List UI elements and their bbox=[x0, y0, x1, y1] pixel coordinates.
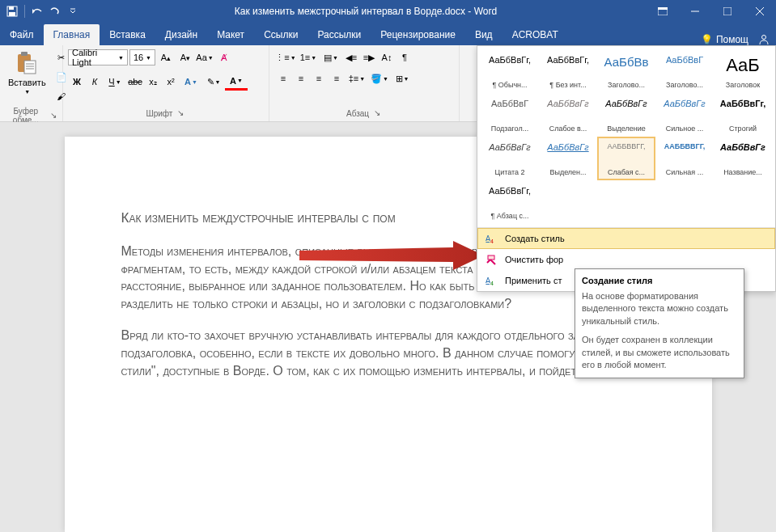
style-item[interactable]: ААББВВГГ,Слабая с... bbox=[597, 137, 655, 180]
ribbon-display-icon[interactable] bbox=[647, 0, 679, 23]
style-item[interactable]: АаБбВвГгНазвание... bbox=[714, 137, 772, 180]
quick-access-toolbar bbox=[0, 5, 85, 18]
styles-gallery: АаБбВвГг,¶ Обычн...АаБбВвГг,¶ Без инт...… bbox=[477, 45, 776, 292]
close-icon[interactable] bbox=[744, 0, 776, 23]
maximize-icon[interactable] bbox=[711, 0, 744, 23]
style-item[interactable]: ААББВВГГ,Сильная ... bbox=[655, 137, 714, 180]
svg-rect-18 bbox=[488, 255, 494, 260]
tab-file[interactable]: Файл bbox=[0, 24, 44, 45]
paste-button[interactable]: Вставить ▼ bbox=[5, 49, 49, 96]
tab-acrobat[interactable]: ACROBAT bbox=[502, 24, 568, 45]
clear-format-icon[interactable]: A̸ bbox=[215, 49, 233, 66]
save-icon[interactable] bbox=[6, 6, 18, 17]
style-item[interactable]: АаБбВвГг,Строгий bbox=[714, 93, 772, 137]
shading-icon[interactable]: 🪣▼ bbox=[368, 70, 391, 87]
tell-me-icon[interactable]: 💡 Помощ bbox=[701, 34, 748, 45]
window-controls bbox=[647, 0, 776, 23]
clear-format-menu-icon bbox=[486, 253, 498, 266]
svg-rect-12 bbox=[24, 61, 36, 74]
tab-view[interactable]: Вид bbox=[465, 24, 502, 45]
minimize-icon[interactable] bbox=[679, 0, 711, 23]
numbering-icon[interactable]: 1≡▼ bbox=[297, 49, 320, 66]
tab-home[interactable]: Главная bbox=[44, 24, 100, 45]
title-bar: Как изменить межстрочный интервал в Ворд… bbox=[0, 0, 776, 23]
svg-rect-11 bbox=[21, 52, 28, 56]
text-effects-icon[interactable]: A▼ bbox=[180, 73, 202, 91]
svg-rect-1 bbox=[9, 6, 14, 10]
svg-point-9 bbox=[762, 36, 766, 40]
tab-insert[interactable]: Вставка bbox=[100, 24, 155, 45]
apply-styles-icon: A̲4 bbox=[486, 274, 498, 287]
redo-icon[interactable] bbox=[49, 6, 61, 17]
bullets-icon[interactable]: ⋮≡▼ bbox=[274, 49, 297, 66]
shrink-font-icon[interactable]: A▾ bbox=[176, 49, 194, 66]
subscript-icon[interactable]: x₂ bbox=[144, 73, 162, 91]
svg-text:4: 4 bbox=[490, 239, 494, 244]
show-marks-icon[interactable]: ¶ bbox=[396, 49, 413, 66]
ribbon-tabs: Файл Главная Вставка Дизайн Макет Ссылки… bbox=[0, 23, 776, 45]
tab-references[interactable]: Ссылки bbox=[254, 24, 307, 45]
sort-icon[interactable]: A↕ bbox=[378, 49, 396, 66]
style-item[interactable]: АаБбВвГгСильное ... bbox=[655, 93, 714, 137]
align-left-icon[interactable]: ≡ bbox=[274, 70, 292, 87]
align-center-icon[interactable]: ≡ bbox=[292, 70, 310, 87]
menu-create-style[interactable]: A̲4 Создать стиль bbox=[477, 228, 775, 249]
align-right-icon[interactable]: ≡ bbox=[310, 70, 328, 87]
svg-text:4: 4 bbox=[490, 281, 494, 286]
style-item[interactable]: АаБЗаголовок bbox=[714, 49, 772, 93]
tooltip-body: На основе форматирования выделенного тек… bbox=[582, 290, 737, 371]
style-item[interactable]: АаБбВвГг,¶ Без инт... bbox=[539, 49, 597, 93]
style-item[interactable]: АаБбВвГПодзагол... bbox=[481, 93, 539, 137]
highlight-icon[interactable]: ✎▼ bbox=[202, 73, 225, 91]
font-size-combo[interactable]: 16▼ bbox=[129, 49, 155, 65]
clipboard-launcher-icon[interactable]: ↘ bbox=[50, 111, 57, 120]
borders-icon[interactable]: ⊞▼ bbox=[391, 70, 413, 87]
svg-rect-6 bbox=[723, 7, 731, 15]
increase-indent-icon[interactable]: ≡▶ bbox=[360, 49, 378, 66]
style-item[interactable]: АаБбВвГгЦитата 2 bbox=[481, 137, 539, 180]
menu-clear-format[interactable]: Очистить фор bbox=[477, 249, 775, 270]
group-clipboard: Вставить ▼ ✂ 📄 🖌 Буфер обме...↘ bbox=[0, 45, 63, 121]
tab-layout[interactable]: Макет bbox=[207, 24, 254, 45]
undo-icon[interactable] bbox=[32, 6, 43, 17]
style-item[interactable]: АаБбВвГгСлабое в... bbox=[539, 93, 597, 137]
decrease-indent-icon[interactable]: ◀≡ bbox=[342, 49, 360, 66]
style-item[interactable]: АаБбВвГгВыделение bbox=[597, 93, 655, 137]
window-title: Как изменить межстрочный интервал в Ворд… bbox=[85, 6, 647, 17]
group-font: Calibri Light▼ 16▼ A▴ A▾ Aa▼ A̸ Ж К Ч▼ a… bbox=[63, 45, 269, 121]
style-item[interactable]: АаБбВвГЗаголово... bbox=[655, 49, 714, 93]
style-item[interactable]: АаБбВвГг,¶ Абзац с... bbox=[481, 180, 539, 224]
font-color-icon[interactable]: A▼ bbox=[225, 73, 248, 91]
ribbon: Вставить ▼ ✂ 📄 🖌 Буфер обме...↘ Calibri … bbox=[0, 45, 776, 122]
svg-rect-2 bbox=[9, 12, 15, 16]
paragraph-launcher-icon[interactable]: ↘ bbox=[372, 108, 382, 118]
create-style-icon: A̲4 bbox=[486, 232, 498, 245]
font-launcher-icon[interactable]: ↘ bbox=[176, 108, 185, 118]
share-icon[interactable] bbox=[758, 34, 770, 45]
svg-rect-4 bbox=[658, 7, 668, 10]
bold-icon[interactable]: Ж bbox=[68, 73, 86, 91]
qat-customize-icon[interactable] bbox=[67, 6, 78, 17]
grow-font-icon[interactable]: A▴ bbox=[157, 49, 175, 66]
underline-icon[interactable]: Ч▼ bbox=[104, 73, 126, 91]
font-name-combo[interactable]: Calibri Light▼ bbox=[68, 49, 128, 65]
multilevel-icon[interactable]: ▤▼ bbox=[320, 49, 342, 66]
tab-mailings[interactable]: Рассылки bbox=[307, 24, 371, 45]
line-spacing-icon[interactable]: ‡≡▼ bbox=[346, 70, 368, 87]
style-item[interactable]: АаБбВвГг,¶ Обычн... bbox=[481, 49, 539, 93]
tooltip: Создание стиля На основе форматирования … bbox=[575, 268, 744, 378]
style-item[interactable]: АаБбВвЗаголово... bbox=[597, 49, 655, 93]
tab-review[interactable]: Рецензирование bbox=[371, 24, 465, 45]
tab-design[interactable]: Дизайн bbox=[155, 24, 207, 45]
style-item[interactable]: АаБбВвГгВыделен... bbox=[539, 137, 597, 180]
change-case-icon[interactable]: Aa▼ bbox=[196, 49, 214, 66]
strike-icon[interactable]: abc bbox=[126, 73, 144, 91]
justify-icon[interactable]: ≡ bbox=[328, 70, 346, 87]
italic-icon[interactable]: К bbox=[86, 73, 104, 91]
superscript-icon[interactable]: x² bbox=[162, 73, 180, 91]
group-paragraph: ⋮≡▼ 1≡▼ ▤▼ ◀≡ ≡▶ A↕ ¶ ≡ ≡ ≡ ≡ ‡≡▼ 🪣▼ ⊞▼ … bbox=[269, 45, 460, 121]
tooltip-title: Создание стиля bbox=[582, 276, 737, 285]
